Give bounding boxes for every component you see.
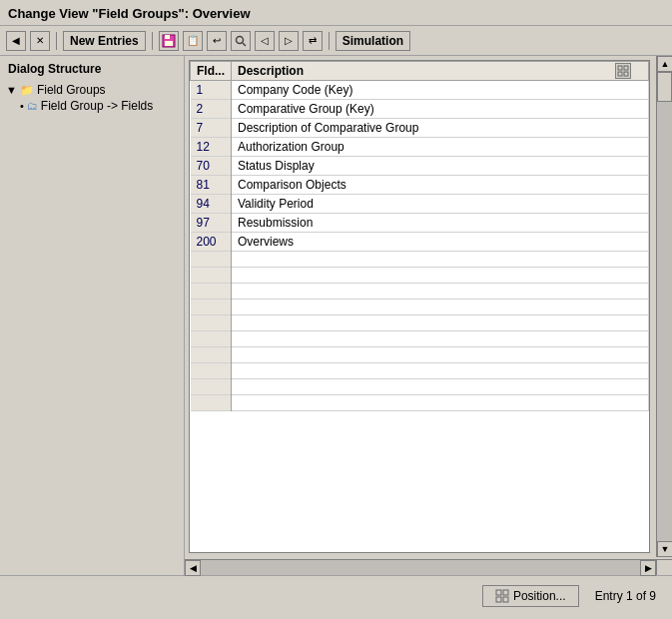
- find-icon: [235, 35, 247, 47]
- find-button[interactable]: [231, 31, 251, 51]
- field-number-cell: [191, 300, 232, 315]
- field-number-cell: 94: [191, 195, 232, 214]
- description-cell: [232, 300, 649, 315]
- description-cell: Comparative Group (Key): [232, 100, 649, 119]
- simulation-button[interactable]: Simulation: [336, 31, 410, 51]
- scroll-track[interactable]: [657, 72, 672, 541]
- bottom-bar: Position... Entry 1 of 9: [0, 575, 672, 615]
- scroll-thumb[interactable]: [657, 72, 672, 102]
- new-entries-button[interactable]: New Entries: [63, 31, 146, 51]
- field-number-cell: [191, 284, 232, 300]
- description-cell: Resubmission: [232, 214, 649, 233]
- description-cell: Status Display: [232, 157, 649, 176]
- sidebar-item-field-groups[interactable]: ▼ 📁 Field Groups: [4, 82, 180, 98]
- scroll-up-button[interactable]: ▲: [657, 56, 672, 72]
- scroll-left-button[interactable]: ◀: [185, 560, 201, 576]
- position-icon: [495, 589, 509, 603]
- svg-rect-1: [165, 35, 170, 39]
- table-resize-icon[interactable]: [615, 63, 631, 79]
- field-number-cell: [191, 363, 232, 379]
- field-number-cell: [191, 395, 232, 411]
- svg-rect-5: [618, 66, 622, 70]
- position-label: Position...: [513, 589, 566, 603]
- table-row[interactable]: 81Comparison Objects: [191, 176, 649, 195]
- position-button[interactable]: Position...: [482, 585, 579, 607]
- svg-rect-7: [618, 72, 622, 76]
- field-number-cell: 97: [191, 214, 232, 233]
- table-row[interactable]: [191, 379, 649, 395]
- table-row[interactable]: [191, 315, 649, 331]
- expand-icon: ▼: [6, 84, 17, 96]
- table-row[interactable]: 12Authorization Group: [191, 138, 649, 157]
- table-row[interactable]: [191, 268, 649, 284]
- table-row[interactable]: 200Overviews: [191, 233, 649, 252]
- field-number-cell: [191, 315, 232, 331]
- field-number-cell: [191, 347, 232, 363]
- svg-rect-9: [496, 590, 501, 595]
- description-cell: [232, 331, 649, 347]
- table-row[interactable]: 97Resubmission: [191, 214, 649, 233]
- scrollbar-corner: [656, 559, 672, 575]
- table-row[interactable]: [191, 284, 649, 300]
- toolbar-sep-3: [329, 32, 330, 50]
- data-table: Fld... Description 1Company Code (Key)2C…: [190, 61, 649, 411]
- table-row[interactable]: 2Comparative Group (Key): [191, 100, 649, 119]
- field-number-cell: [191, 252, 232, 268]
- field-number-cell: [191, 268, 232, 284]
- svg-rect-10: [503, 590, 508, 595]
- table-row[interactable]: [191, 347, 649, 363]
- table-row[interactable]: 7Description of Comparative Group: [191, 119, 649, 138]
- table-row[interactable]: [191, 300, 649, 315]
- field-number-cell: 81: [191, 176, 232, 195]
- save-button[interactable]: [159, 31, 179, 51]
- field-number-cell: 200: [191, 233, 232, 252]
- vertical-scrollbar[interactable]: ▲ ▼: [656, 56, 672, 557]
- col-field-header: Fld...: [191, 62, 232, 81]
- table-row[interactable]: [191, 331, 649, 347]
- table-row[interactable]: 70Status Display: [191, 157, 649, 176]
- table-row[interactable]: [191, 252, 649, 268]
- prev-button[interactable]: ◁: [255, 31, 275, 51]
- toolbar: ◀ ✕ New Entries 📋 ↩ ◁ ▷ ⇄ Simulation: [0, 26, 672, 56]
- toolbar-sep-1: [56, 32, 57, 50]
- save-icon: [162, 34, 176, 48]
- scroll-right-button[interactable]: ▶: [640, 560, 656, 576]
- description-cell: Overviews: [232, 233, 649, 252]
- description-cell: Company Code (Key): [232, 81, 649, 100]
- content-area: Fld... Description 1Company Code (Key)2C…: [185, 56, 672, 575]
- h-scroll-track[interactable]: [201, 560, 640, 575]
- folder-icon: 📁: [20, 84, 34, 97]
- next-button[interactable]: ▷: [279, 31, 299, 51]
- undo-button[interactable]: ↩: [207, 31, 227, 51]
- sidebar: Dialog Structure ▼ 📁 Field Groups • 🗂 Fi…: [0, 56, 185, 575]
- description-cell: [232, 252, 649, 268]
- svg-rect-6: [624, 66, 628, 70]
- col-description-header: Description: [232, 62, 649, 81]
- field-number-cell: 1: [191, 81, 232, 100]
- table-row[interactable]: 94Validity Period: [191, 195, 649, 214]
- entry-info: Entry 1 of 9: [595, 589, 656, 603]
- table-row[interactable]: [191, 395, 649, 411]
- horizontal-scrollbar[interactable]: ◀ ▶: [185, 559, 656, 575]
- sidebar-item-field-group-fields[interactable]: • 🗂 Field Group -> Fields: [4, 98, 180, 114]
- table-row[interactable]: 1Company Code (Key): [191, 81, 649, 100]
- field-number-cell: [191, 379, 232, 395]
- more-button[interactable]: ⇄: [303, 31, 323, 51]
- title-bar: Change View "Field Groups": Overview: [0, 0, 672, 26]
- toolbar-sep-2: [152, 32, 153, 50]
- table-row[interactable]: [191, 363, 649, 379]
- description-cell: Description of Comparative Group: [232, 119, 649, 138]
- table-container: Fld... Description 1Company Code (Key)2C…: [189, 60, 650, 553]
- bullet-icon: •: [20, 100, 24, 112]
- exit-button[interactable]: ✕: [30, 31, 50, 51]
- description-cell: [232, 395, 649, 411]
- resize-grid-icon: [617, 65, 629, 77]
- scroll-down-button[interactable]: ▼: [657, 541, 672, 557]
- back-button[interactable]: ◀: [6, 31, 26, 51]
- field-groups-label: Field Groups: [37, 83, 106, 97]
- field-number-cell: 2: [191, 100, 232, 119]
- page-title: Change View "Field Groups": Overview: [8, 6, 251, 21]
- copy-button[interactable]: 📋: [183, 31, 203, 51]
- field-number-cell: 70: [191, 157, 232, 176]
- description-cell: [232, 268, 649, 284]
